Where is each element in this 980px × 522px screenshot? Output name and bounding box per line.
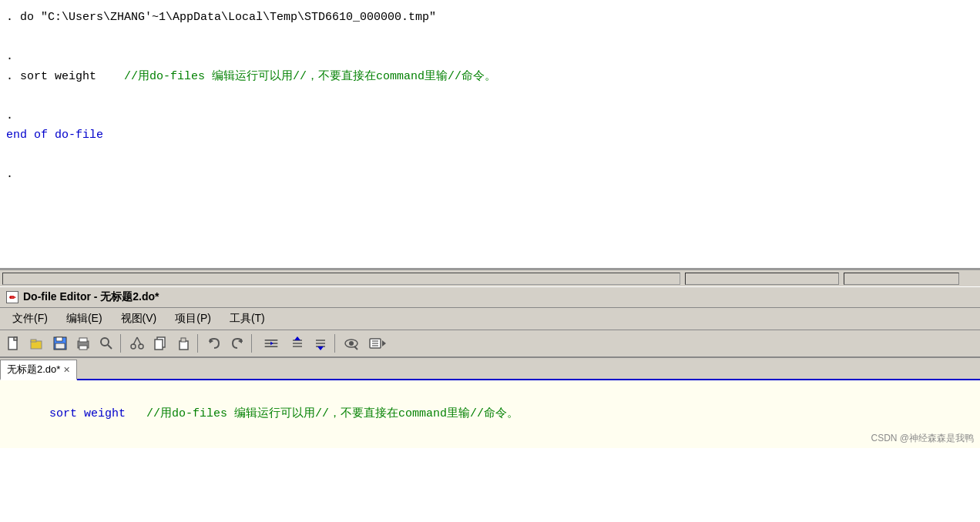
stata-output: . do "C:\Users\ZHANG'~1\AppData\Local\Te… — [0, 0, 980, 269]
svg-marker-37 — [382, 340, 386, 346]
undo-button[interactable] — [203, 333, 225, 354]
separator-1 — [120, 334, 123, 353]
output-line-2 — [6, 28, 974, 48]
svg-marker-28 — [294, 336, 300, 340]
svg-point-9 — [101, 338, 109, 346]
menu-project[interactable]: 项目(P) — [166, 310, 220, 327]
svg-rect-7 — [79, 338, 87, 342]
editor-titlebar: ✏ Do-file Editor - 无标题2.do* — [0, 286, 980, 308]
output-line-3: . — [6, 47, 974, 67]
editor-tabbar: 无标题2.do* ✕ — [0, 358, 980, 380]
output-line-7: end of do-file — [6, 125, 974, 146]
new-button[interactable] — [3, 333, 25, 354]
svg-rect-8 — [79, 346, 87, 350]
find-button[interactable] — [96, 333, 117, 354]
svg-rect-16 — [155, 340, 163, 350]
output-line-9: . — [6, 165, 974, 185]
scrollbar-track[interactable] — [2, 273, 680, 285]
output-line-5 — [6, 86, 974, 106]
paste-button[interactable] — [173, 333, 194, 354]
indent-increase-button[interactable] — [257, 333, 285, 354]
run-arrow-button[interactable] — [364, 333, 391, 354]
tab-label: 无标题2.do* — [7, 363, 60, 376]
editor-code-area[interactable]: sort weight //用do-files 编辑运行可以用//，不要直接在c… — [0, 380, 980, 448]
svg-marker-24 — [270, 342, 273, 346]
separator-2 — [197, 334, 200, 353]
menu-file[interactable]: 文件(F) — [3, 310, 57, 327]
svg-marker-32 — [317, 346, 324, 350]
scrollbar-far-right — [844, 273, 959, 285]
code-command: sort weight — [49, 407, 126, 420]
print-button[interactable] — [72, 333, 94, 354]
svg-rect-5 — [55, 343, 65, 349]
svg-rect-18 — [181, 338, 186, 342]
separator-4 — [334, 334, 337, 353]
move-down-button[interactable] — [310, 333, 331, 354]
editor-code-line: sort weight //用do-files 编辑运行可以用//，不要直接在c… — [8, 386, 972, 442]
menu-view[interactable]: 视图(V) — [112, 310, 166, 327]
svg-line-35 — [354, 346, 357, 350]
editor-title-text: Do-file Editor - 无标题2.do* — [23, 290, 159, 304]
save-button[interactable] — [49, 333, 71, 354]
copy-button[interactable] — [149, 333, 171, 354]
open-button[interactable] — [26, 333, 48, 354]
svg-point-34 — [349, 341, 354, 346]
dofile-editor: ✏ Do-file Editor - 无标题2.do* 文件(F) 编辑(E) … — [0, 286, 980, 448]
editor-toolbar — [0, 330, 980, 358]
editor-title-icon: ✏ — [6, 291, 18, 303]
separator-3 — [251, 334, 254, 353]
svg-rect-17 — [180, 341, 188, 350]
horizontal-scrollbar[interactable] — [0, 269, 980, 286]
scrollbar-right — [685, 273, 839, 285]
svg-line-10 — [108, 345, 112, 349]
move-up-button[interactable] — [287, 333, 308, 354]
editor-menubar: 文件(F) 编辑(E) 视图(V) 项目(P) 工具(T) — [0, 308, 980, 330]
svg-rect-2 — [31, 340, 36, 342]
output-line-4: . sort weight //用do-files 编辑运行可以用//，不要直接… — [6, 67, 974, 87]
cut-button[interactable] — [126, 333, 148, 354]
svg-line-14 — [137, 337, 141, 345]
tab-close-button[interactable]: ✕ — [63, 365, 70, 375]
execute-button[interactable] — [341, 333, 362, 354]
output-line-6: . — [6, 106, 974, 126]
svg-rect-4 — [56, 337, 62, 341]
menu-tools[interactable]: 工具(T) — [220, 310, 274, 327]
menu-edit[interactable]: 编辑(E) — [57, 310, 112, 327]
output-line-1: . do "C:\Users\ZHANG'~1\AppData\Local\Te… — [6, 8, 974, 28]
redo-button[interactable] — [227, 333, 248, 354]
tab-untitled2[interactable]: 无标题2.do* ✕ — [0, 360, 77, 380]
watermark: CSDN @神经森森是我鸭 — [871, 432, 974, 445]
svg-line-13 — [133, 337, 137, 345]
output-line-8 — [6, 146, 974, 166]
code-comment: //用do-files 编辑运行可以用//，不要直接在command里输//命令… — [126, 407, 519, 420]
